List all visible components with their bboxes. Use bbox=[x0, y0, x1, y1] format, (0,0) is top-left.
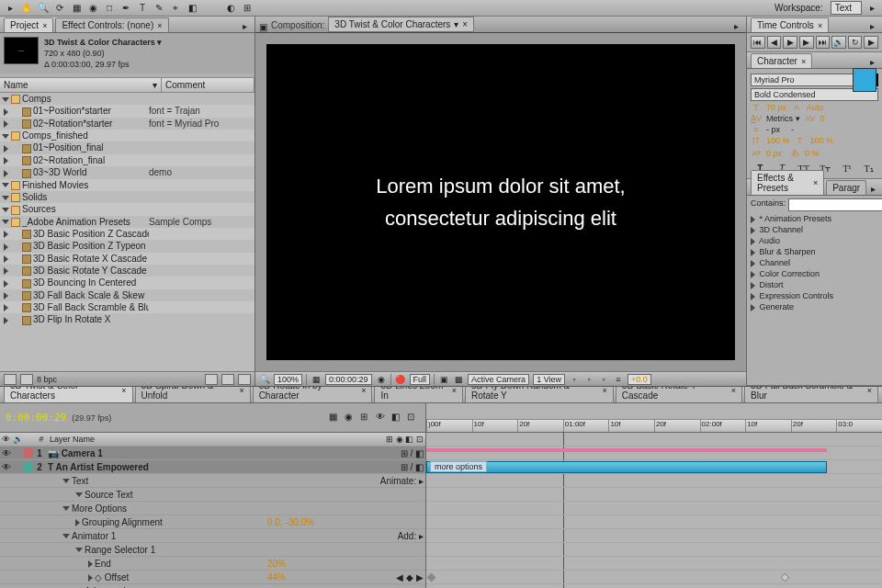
camera-select[interactable]: Active Camera bbox=[468, 374, 529, 385]
project-item[interactable]: 01~Position_final bbox=[0, 141, 254, 153]
sort-icon[interactable]: ▾ bbox=[153, 80, 157, 90]
prev-frame-button[interactable]: ◀ bbox=[767, 36, 782, 49]
clone-tool-icon[interactable]: ⌖ bbox=[169, 2, 182, 15]
loop-button[interactable]: ↻ bbox=[848, 36, 863, 49]
subscript-button[interactable]: T₁ bbox=[863, 163, 876, 174]
baseline-value[interactable]: 0 px bbox=[764, 149, 786, 158]
timeline-tab[interactable]: 3D Rotate in by Character × bbox=[253, 387, 373, 402]
property-row[interactable]: TextAnimate: ▸ bbox=[0, 474, 425, 488]
timeline-tab[interactable]: 3D Fall Back Scramble & Blur × bbox=[744, 387, 878, 402]
tl-icon[interactable]: 👁 bbox=[376, 412, 389, 424]
property-row[interactable]: ◇ Offset44%◀ ◆ ▶ bbox=[0, 571, 425, 584]
close-icon[interactable]: × bbox=[157, 21, 162, 30]
pen-tool-icon[interactable]: ✒ bbox=[119, 2, 132, 15]
comp-tab[interactable]: 3D Twist & Color Characters ▾ × bbox=[328, 17, 474, 32]
zoom-select[interactable]: 100% bbox=[274, 374, 302, 385]
aux2-tool-icon[interactable]: ⊞ bbox=[241, 2, 254, 15]
project-item[interactable]: 3D Basic Position Z Cascade bbox=[0, 228, 254, 240]
tab-project[interactable]: Project× bbox=[4, 17, 53, 32]
tl-icon[interactable]: ◉ bbox=[345, 412, 357, 424]
trash-button[interactable] bbox=[238, 374, 251, 385]
layer-row[interactable]: 👁1📷 Camera 1⊞ / ◧ bbox=[0, 447, 425, 460]
property-row[interactable]: Source Text bbox=[0, 488, 425, 502]
superscript-button[interactable]: T¹ bbox=[841, 163, 854, 174]
last-frame-button[interactable]: ⏭ bbox=[816, 36, 831, 49]
effects-categories[interactable]: * Animation Presets 3D Channel Audio Blu… bbox=[751, 213, 878, 312]
effect-category[interactable]: Audio bbox=[751, 235, 878, 246]
tl-icon[interactable]: ▦ bbox=[329, 412, 342, 424]
roi-icon[interactable]: ▣ bbox=[438, 374, 449, 385]
interpret-button[interactable] bbox=[4, 374, 17, 385]
panel-menu-icon[interactable]: ▸ bbox=[865, 19, 878, 32]
project-item[interactable]: Sources bbox=[0, 203, 254, 215]
tab-paragraph[interactable]: Paragr bbox=[826, 180, 866, 195]
tl-icon[interactable]: ◧ bbox=[391, 412, 404, 424]
new-comp-button[interactable] bbox=[205, 374, 218, 385]
magnify-icon[interactable]: 🔍 bbox=[259, 374, 270, 385]
workspace-menu-icon[interactable]: ▸ bbox=[865, 2, 878, 15]
panel-menu-icon[interactable]: ▸ bbox=[868, 182, 878, 195]
project-item[interactable]: 3D Basic Rotate Y Cascade bbox=[0, 265, 254, 277]
effect-category[interactable]: Generate bbox=[751, 301, 878, 312]
fill-color-swatch[interactable] bbox=[853, 68, 876, 92]
property-row[interactable]: More Options bbox=[0, 502, 425, 515]
rotate-tool-icon[interactable]: ⟳ bbox=[53, 2, 66, 15]
property-row[interactable]: Animator 1Add: ▸ bbox=[0, 529, 425, 543]
view3-icon[interactable]: ▫ bbox=[598, 374, 609, 385]
type-tool-icon[interactable]: T bbox=[136, 2, 149, 15]
panel-menu-icon[interactable]: ▸ bbox=[729, 19, 742, 32]
effect-category[interactable]: 3D Channel bbox=[751, 224, 878, 235]
panel-menu-icon[interactable]: ▸ bbox=[238, 19, 251, 32]
effect-category[interactable]: Color Correction bbox=[751, 268, 878, 279]
project-item[interactable]: Finished Movies bbox=[0, 179, 254, 191]
more-options-badge[interactable]: more options bbox=[430, 461, 487, 472]
first-frame-button[interactable]: ⏮ bbox=[751, 36, 765, 49]
effect-category[interactable]: * Animation Presets bbox=[751, 213, 878, 224]
tl-icon[interactable]: ⊞ bbox=[360, 412, 373, 424]
project-item[interactable]: 3D Fall Back Scale & Skew bbox=[0, 289, 254, 301]
tracking-value[interactable]: 0 bbox=[819, 114, 841, 123]
current-time[interactable]: 0:00:00:29 bbox=[6, 412, 66, 424]
new-folder-button[interactable] bbox=[221, 374, 234, 385]
folder-button[interactable] bbox=[20, 374, 33, 385]
camera-tool-icon[interactable]: ▦ bbox=[70, 2, 83, 15]
bpc-label[interactable]: 8 bpc bbox=[37, 375, 57, 384]
tl-icon[interactable]: ⊡ bbox=[407, 412, 420, 424]
effect-category[interactable]: Blur & Sharpen bbox=[751, 246, 878, 257]
eraser-tool-icon[interactable]: ◧ bbox=[186, 2, 198, 15]
font-size-value[interactable]: 70 px bbox=[764, 103, 788, 112]
time-display[interactable]: 0:00:00:29 bbox=[325, 374, 372, 385]
next-frame-button[interactable]: ▶ bbox=[799, 36, 814, 49]
panel-menu-icon[interactable]: ▸ bbox=[865, 55, 878, 68]
hscale-value[interactable]: 100 % bbox=[808, 136, 836, 145]
workspace-select[interactable]: Text bbox=[831, 1, 862, 15]
brush-tool-icon[interactable]: ✎ bbox=[153, 2, 165, 15]
snapshot-icon[interactable]: ◉ bbox=[376, 374, 387, 385]
timeline-tab[interactable]: 3D Spiral Down & Unfold × bbox=[135, 387, 251, 402]
project-item[interactable]: Comps_finished bbox=[0, 130, 254, 141]
project-item[interactable]: 02~Rotation_final bbox=[0, 154, 254, 166]
project-item[interactable]: 3D Fall Back Scramble & Blur bbox=[0, 301, 254, 313]
zoom-tool-icon[interactable]: 🔍 bbox=[37, 2, 50, 15]
tab-effect-controls[interactable]: Effect Controls: (none)× bbox=[55, 17, 168, 32]
effects-search-input[interactable] bbox=[788, 198, 882, 211]
view1-icon[interactable]: ▫ bbox=[569, 374, 580, 385]
play-button[interactable]: ▶ bbox=[783, 36, 797, 49]
effect-category[interactable]: Channel bbox=[751, 257, 878, 268]
layer-row[interactable]: 👁2T An Artist Empowered⊞ / ◧ bbox=[0, 460, 425, 474]
stroke-value[interactable]: - px bbox=[764, 125, 786, 134]
transparency-icon[interactable]: ▩ bbox=[453, 374, 464, 385]
project-tree[interactable]: Comps01~Position*starterfont = Trajan02~… bbox=[0, 93, 254, 371]
timeline-tab[interactable]: 3D Twist & Color Characters × bbox=[4, 387, 133, 402]
timeline-tab[interactable]: 3D Lines Zoom In × bbox=[374, 387, 463, 402]
effect-category[interactable]: Distort bbox=[751, 279, 878, 290]
property-row[interactable]: Advanced bbox=[0, 584, 425, 588]
rect-tool-icon[interactable]: □ bbox=[103, 2, 116, 15]
view2-icon[interactable]: ▫ bbox=[583, 374, 594, 385]
comp-viewer[interactable]: Lorem ipsum dolor sit amet, consectetur … bbox=[266, 44, 735, 360]
tsume-value[interactable]: 0 % bbox=[803, 149, 825, 158]
project-item[interactable]: _Adobe Animation PresetsSample Comps bbox=[0, 216, 254, 228]
resolution-select[interactable]: Full bbox=[410, 374, 431, 385]
selection-tool-icon[interactable]: ▸ bbox=[4, 2, 17, 15]
timeline-icon[interactable]: ≡ bbox=[613, 374, 624, 385]
